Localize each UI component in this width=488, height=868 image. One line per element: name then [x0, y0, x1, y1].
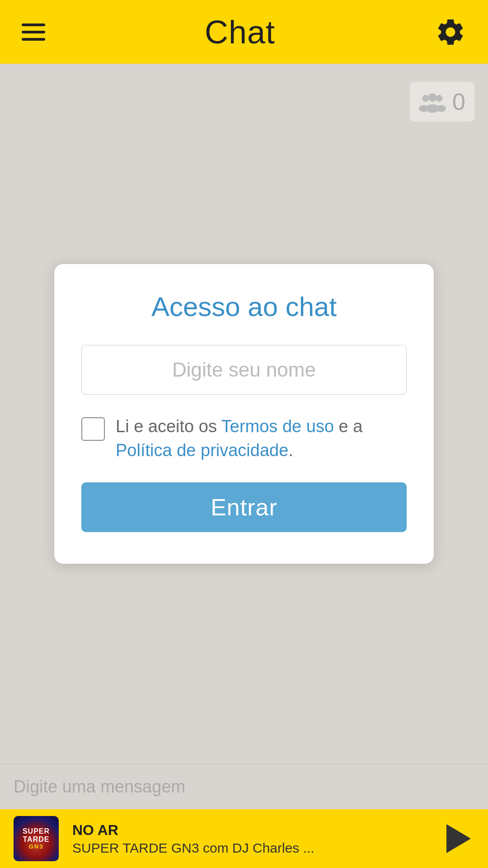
terms-checkbox[interactable]	[81, 417, 105, 441]
enter-button[interactable]: Entrar	[81, 482, 407, 532]
login-modal-overlay: Acesso ao chat Li e aceito os Termos de …	[0, 64, 488, 764]
app-header: Chat	[0, 0, 488, 64]
player-thumbnail-line1: SUPER	[23, 827, 50, 835]
message-bar: Digite uma mensagem	[0, 764, 488, 809]
player-on-air-label: NO AR	[72, 822, 429, 839]
login-modal-card: Acesso ao chat Li e aceito os Termos de …	[54, 264, 434, 564]
terms-link-privacidade[interactable]: Política de privacidade	[116, 441, 288, 460]
terms-row: Li e aceito os Termos de uso e a Polític…	[81, 415, 407, 462]
play-icon	[446, 824, 471, 853]
player-thumbnail: SUPER TARDE GN3	[14, 816, 59, 861]
name-input[interactable]	[81, 345, 407, 395]
player-thumbnail-inner: SUPER TARDE GN3	[14, 816, 59, 861]
settings-button[interactable]	[435, 16, 466, 48]
player-bar: SUPER TARDE GN3 NO AR SUPER TARDE GN3 co…	[0, 809, 488, 868]
modal-title: Acesso ao chat	[81, 291, 407, 322]
terms-text: Li e aceito os Termos de uso e a Polític…	[116, 415, 407, 462]
page-title: Chat	[205, 14, 275, 51]
menu-button[interactable]	[22, 24, 45, 41]
terms-checkbox-wrapper[interactable]	[81, 417, 105, 443]
chat-area: 0 Acesso ao chat Li e aceito os Termos d…	[0, 64, 488, 764]
terms-link-uso[interactable]: Termos de uso	[221, 417, 334, 436]
player-program-title: SUPER TARDE GN3 com DJ Charles ...	[72, 840, 429, 856]
message-input-placeholder: Digite uma mensagem	[14, 777, 185, 797]
player-thumbnail-sub: GN3	[29, 843, 44, 850]
play-button[interactable]	[443, 823, 474, 854]
player-info: NO AR SUPER TARDE GN3 com DJ Charles ...	[72, 822, 429, 856]
terms-suffix: .	[288, 441, 293, 460]
terms-prefix: Li e aceito os	[116, 417, 221, 436]
player-thumbnail-line2: TARDE	[23, 835, 50, 844]
terms-middle: e a	[334, 417, 362, 436]
